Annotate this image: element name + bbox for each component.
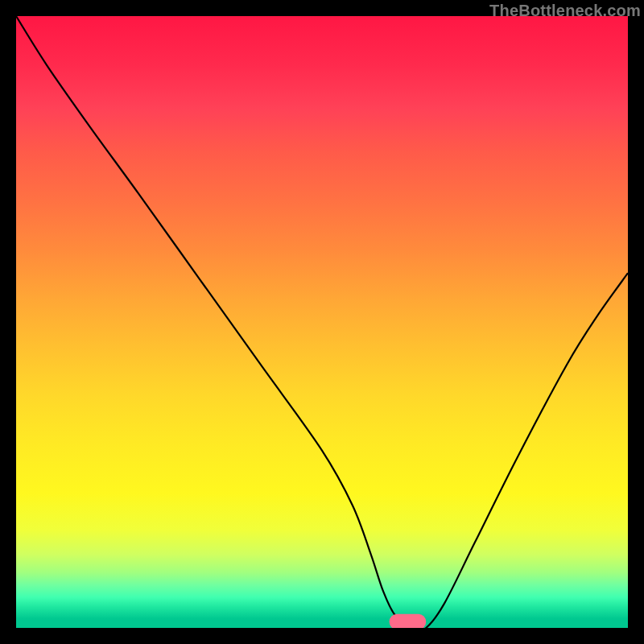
plot-area: [16, 16, 628, 628]
watermark-text: TheBottleneck.com: [489, 2, 641, 20]
optimal-marker: [390, 614, 427, 628]
bottleneck-curve-line: [16, 16, 628, 628]
chart-container: TheBottleneck.com: [0, 0, 644, 644]
bottleneck-chart-svg: [16, 16, 628, 628]
